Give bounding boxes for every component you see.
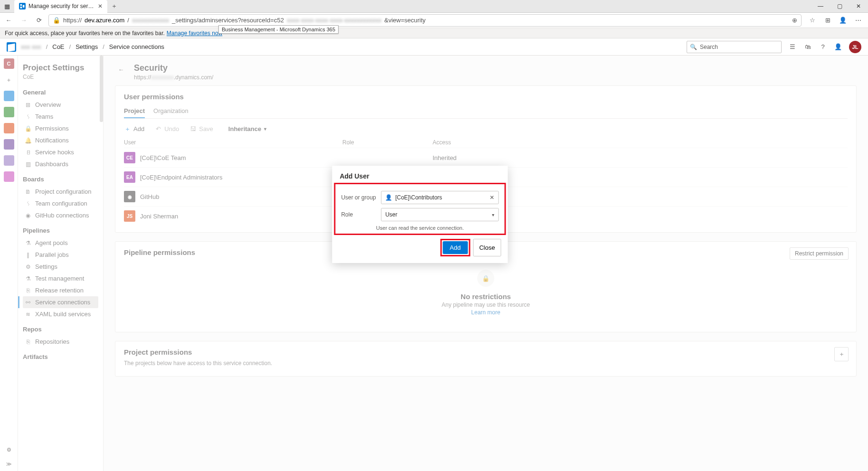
new-tab-button[interactable]: ＋ xyxy=(107,2,121,10)
clear-icon[interactable]: ✕ xyxy=(490,194,494,201)
modal-add-button[interactable]: Add xyxy=(443,241,468,254)
url-path-end: &view=security xyxy=(384,17,425,24)
modal-title: Add User xyxy=(332,166,508,183)
favorites-prompt: For quick access, place your favorites h… xyxy=(5,30,165,37)
user-settings-icon[interactable]: 👤 xyxy=(834,43,842,51)
profile-icon[interactable]: 👤 xyxy=(839,16,847,25)
favorites-bar: For quick access, place your favorites h… xyxy=(0,28,868,38)
list-view-icon[interactable]: ☰ xyxy=(788,43,797,51)
menu-icon[interactable]: ⋯ xyxy=(854,16,862,25)
breadcrumb-project[interactable]: CoE xyxy=(52,43,64,50)
url-blur2: xxxx-xxxx-xxxx-xxxx-xxxxxxxxxxxx xyxy=(287,17,381,24)
window-maximize-icon[interactable]: ▢ xyxy=(830,0,849,13)
reading-view-icon[interactable]: ⊕ xyxy=(792,17,797,24)
manage-favorites-link[interactable]: Manage favorites now xyxy=(167,30,222,37)
tab-favicon-icon xyxy=(19,3,26,9)
search-placeholder: Search xyxy=(700,44,718,50)
breadcrumb-org[interactable]: xxx xxx xyxy=(21,43,41,50)
azure-devops-logo-icon[interactable] xyxy=(7,42,16,52)
help-icon[interactable]: ? xyxy=(819,43,827,51)
browser-tab[interactable]: Manage security for service con ✕ xyxy=(14,0,107,13)
role-value: User xyxy=(385,211,397,218)
user-value: [CoE]\Contributors xyxy=(395,194,442,201)
url-domain: dev.azure.com xyxy=(85,17,124,24)
add-user-modal: Add User User or group 👤 [CoE]\Contribut… xyxy=(332,166,508,263)
app-body: C ＋ ⚙ ≫ Project Settings CoE General ⊞Ov… xyxy=(0,56,868,471)
tab-close-icon[interactable]: ✕ xyxy=(98,3,103,9)
user-or-group-label: User or group xyxy=(341,194,377,201)
refresh-icon[interactable]: ⟳ xyxy=(33,15,45,26)
avatar[interactable]: JL xyxy=(849,41,861,53)
url-prefix: https:// xyxy=(63,17,82,24)
url-tooltip: Business Management - Microsoft Dynamics… xyxy=(218,25,339,34)
browser-titlebar: ▦ Manage security for service con ✕ ＋ ― … xyxy=(0,0,868,13)
search-input[interactable]: 🔍 Search xyxy=(687,41,782,53)
role-hint: User can read the service connection. xyxy=(341,225,499,231)
lock-icon: 🔒 xyxy=(53,17,60,24)
browser-address-bar: ← → ⟳ 🔒 https://dev.azure.com/xxxxxxxxxx… xyxy=(0,13,868,28)
collections-icon[interactable]: ⊞ xyxy=(823,16,832,25)
chevron-down-icon: ▾ xyxy=(492,212,494,217)
person-icon: 👤 xyxy=(385,194,392,201)
url-input[interactable]: 🔒 https://dev.azure.com/xxxxxxxxxxxx_set… xyxy=(48,14,802,27)
breadcrumb: xxx xxx / CoE / Settings / Service conne… xyxy=(21,43,164,50)
modal-overlay xyxy=(0,56,868,471)
forward-icon: → xyxy=(18,15,29,26)
window-minimize-icon[interactable]: ― xyxy=(811,0,830,13)
modal-close-button[interactable]: Close xyxy=(473,239,501,256)
browser-app-icon: ▦ xyxy=(0,3,14,10)
marketplace-icon[interactable]: 🛍 xyxy=(803,43,812,51)
role-label: Role xyxy=(341,211,377,218)
tab-title: Manage security for service con xyxy=(28,3,95,9)
user-or-group-input[interactable]: 👤 [CoE]\Contributors ✕ xyxy=(381,191,499,204)
url-blur: xxxxxxxxxxxx xyxy=(132,17,169,24)
app-header: xxx xxx / CoE / Settings / Service conne… xyxy=(0,38,868,56)
breadcrumb-settings[interactable]: Settings xyxy=(75,43,98,50)
url-path: _settings/adminservices?resourceId=c52 xyxy=(172,17,284,24)
favorites-icon[interactable]: ☆ xyxy=(808,16,817,25)
breadcrumb-service-connections[interactable]: Service connections xyxy=(109,43,164,50)
back-icon[interactable]: ← xyxy=(3,15,14,26)
role-dropdown[interactable]: User ▾ xyxy=(381,208,499,221)
search-icon: 🔍 xyxy=(690,44,697,50)
window-close-icon[interactable]: ✕ xyxy=(849,0,868,13)
